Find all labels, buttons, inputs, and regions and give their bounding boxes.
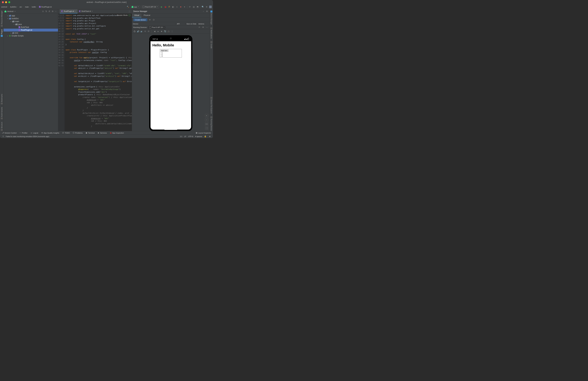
btool-app-inspection[interactable]: 🐞App Inspection <box>110 132 124 134</box>
strip-running-devices[interactable]: Running Devices <box>210 116 212 131</box>
record-icon[interactable]: 🎥 <box>167 30 170 33</box>
tree-item-rustplugin[interactable]: RustPlugin.kt <box>3 29 58 31</box>
phone-screen[interactable]: 9:47 ◔ Hello, Mobile Add Item - 1 <box>150 37 191 130</box>
expand-all-icon[interactable]: ⇅ <box>45 10 47 13</box>
tree-item-test[interactable]: test <box>3 31 58 34</box>
status-line-sep[interactable]: LF <box>184 135 186 137</box>
status-caret-pos[interactable]: 1:1 <box>180 135 182 137</box>
strip-device-file-explorer[interactable]: Device File Explorer <box>210 97 212 114</box>
zoom-fit-button[interactable]: 1:1 <box>205 122 208 126</box>
crumb-3[interactable]: main <box>25 6 29 8</box>
btool-todo[interactable]: ☑TODO <box>62 132 70 134</box>
btool-services[interactable]: ▶Services <box>98 132 107 134</box>
collapse-all-icon[interactable]: ⇵ <box>48 10 51 13</box>
extended-controls-icon[interactable]: ⋮ <box>171 30 173 33</box>
editor-body[interactable]: 1 2 3 4 5 6 7 8 9 10 11 12 13 14 15 16 1… <box>58 14 132 131</box>
editor-tabs-more-icon[interactable]: ⋮ <box>128 10 130 13</box>
btool-terminal[interactable]: ▣Terminal <box>85 132 95 134</box>
sdk-manager-icon[interactable]: ⬒ <box>196 6 199 8</box>
close-icon[interactable]: × <box>92 10 93 12</box>
hide-panel-icon[interactable]: − <box>55 10 57 13</box>
panel-settings-icon[interactable]: ⚙ <box>206 10 208 13</box>
strip-device-manager[interactable]: Device Manager <box>210 11 212 25</box>
tree-item-buildtask[interactable]: BuildTask <box>3 26 58 29</box>
power-icon[interactable]: ⏻ <box>133 30 136 33</box>
back-icon[interactable]: ◀ <box>153 30 156 33</box>
btool-layout-inspector[interactable]: ▦Layout Inspector <box>196 132 211 134</box>
status-indent[interactable]: 4 spaces <box>195 135 202 137</box>
btool-profiler[interactable]: 〰Profiler <box>19 132 27 134</box>
strip-notifications[interactable]: Notifications <box>210 27 212 39</box>
status-encoding[interactable]: UTF-8 <box>188 135 193 137</box>
avd-manager-icon[interactable]: ▤ <box>192 6 195 8</box>
column-api[interactable]: API <box>176 23 186 25</box>
run-config-selector[interactable]: app ▼ <box>130 5 140 8</box>
build-icon[interactable]: 🔨 <box>126 6 129 8</box>
strip-build-variants[interactable]: Build Variants <box>1 107 3 119</box>
tree-item-gradle-scripts[interactable]: Gradle Scripts <box>3 34 58 37</box>
debug-icon[interactable]: 🐞 <box>164 6 167 8</box>
help-icon[interactable]: ? <box>152 19 155 21</box>
column-actions[interactable]: Actions <box>197 23 210 25</box>
running-settings-icon[interactable]: ⚙ <box>202 26 204 29</box>
crumb-0[interactable]: android <box>1 6 7 8</box>
code-pane[interactable]: import com.android.build.api.dsl.Applica… <box>64 14 132 131</box>
volume-up-icon[interactable]: 🔊 <box>137 30 139 33</box>
zoom-out-button[interactable]: − <box>205 118 208 121</box>
btool-aqi[interactable]: ⊚App Quality Insights <box>41 132 59 134</box>
strip-project[interactable]: Project <box>1 29 3 37</box>
search-icon[interactable]: 🔍 <box>202 6 204 8</box>
window-minimize[interactable] <box>5 1 7 3</box>
window-close[interactable] <box>2 1 4 3</box>
create-device-button[interactable]: Create device <box>133 18 147 21</box>
crumb-file[interactable]: RustPlugin.kt <box>42 6 52 8</box>
tree-item-buildsrc[interactable]: buildSrc <box>3 17 58 20</box>
running-hide-icon[interactable]: − <box>206 26 208 29</box>
column-device[interactable]: Device <box>132 23 176 25</box>
project-tree[interactable]: app buildSrc main java BuildTask RustPlu… <box>3 14 58 131</box>
breadcrumb[interactable]: android〉 buildSrc〉 src〉 main〉 kotlin〉 Ru… <box>1 6 52 8</box>
run-icon[interactable]: ▶ <box>160 6 163 8</box>
rotate-right-icon[interactable]: ⟳ <box>147 30 150 33</box>
strip-gradle[interactable]: Gradle <box>210 41 212 48</box>
tab-physical[interactable]: Physical <box>141 14 152 18</box>
tool-windows-icon[interactable]: ☰ <box>2 135 4 138</box>
more-run-options-icon[interactable]: ▾ <box>183 6 186 8</box>
zoom-in-button[interactable]: + <box>205 114 208 117</box>
add-item-button[interactable]: Add Item <box>160 50 168 52</box>
project-settings-icon[interactable]: ⚙ <box>51 10 54 13</box>
tab-buildtask[interactable]: BuildTask.kt× <box>78 9 94 13</box>
strip-resource-manager[interactable]: Resource Manager <box>1 11 3 27</box>
sync-icon[interactable]: ⟳ <box>189 6 191 8</box>
column-size[interactable]: Size on Disk <box>186 23 197 25</box>
status-more-icon[interactable]: ▣ <box>209 135 211 138</box>
refresh-devices-icon[interactable]: ⟳ <box>148 19 151 21</box>
project-view-selector[interactable]: Android▼ <box>7 10 16 12</box>
readonly-toggle-icon[interactable]: 🔓 <box>204 135 207 138</box>
close-icon[interactable]: × <box>164 26 164 28</box>
zoom-reset-button[interactable]: ⛶ <box>205 127 208 130</box>
tab-rustplugin[interactable]: RustPlugin.kt× <box>60 9 78 13</box>
crumb-1[interactable]: buildSrc <box>10 6 17 8</box>
avatar[interactable] <box>209 6 212 8</box>
home-icon[interactable]: ● <box>157 30 159 33</box>
crumb-4[interactable]: kotlin <box>32 6 36 8</box>
tree-item-app[interactable]: app <box>3 14 58 17</box>
select-opened-file-icon[interactable]: ⊙ <box>42 10 44 13</box>
tab-virtual[interactable]: Virtual <box>132 14 141 18</box>
btool-vcs[interactable]: ⎇Version Control <box>2 132 17 134</box>
tree-item-java[interactable]: java <box>3 23 58 26</box>
screenshot-icon[interactable]: 📷 <box>164 30 166 33</box>
btool-logcat[interactable]: ≡Logcat <box>30 132 38 134</box>
attach-debugger-icon[interactable]: ⎋ <box>176 6 178 8</box>
stop-icon[interactable]: ■ <box>179 6 182 8</box>
reader-mode-toggle[interactable]: Reader Mode ✓ <box>117 14 130 16</box>
strip-structure[interactable]: Structure <box>1 122 3 131</box>
close-icon[interactable]: × <box>75 10 76 12</box>
rotate-left-icon[interactable]: ⟲ <box>144 30 146 33</box>
overview-icon[interactable]: ■ <box>160 30 163 33</box>
volume-down-icon[interactable]: 🔉 <box>140 30 143 33</box>
window-zoom[interactable] <box>8 1 10 3</box>
profile-icon[interactable]: ⏱ <box>168 6 170 8</box>
crumb-2[interactable]: src <box>20 6 22 8</box>
